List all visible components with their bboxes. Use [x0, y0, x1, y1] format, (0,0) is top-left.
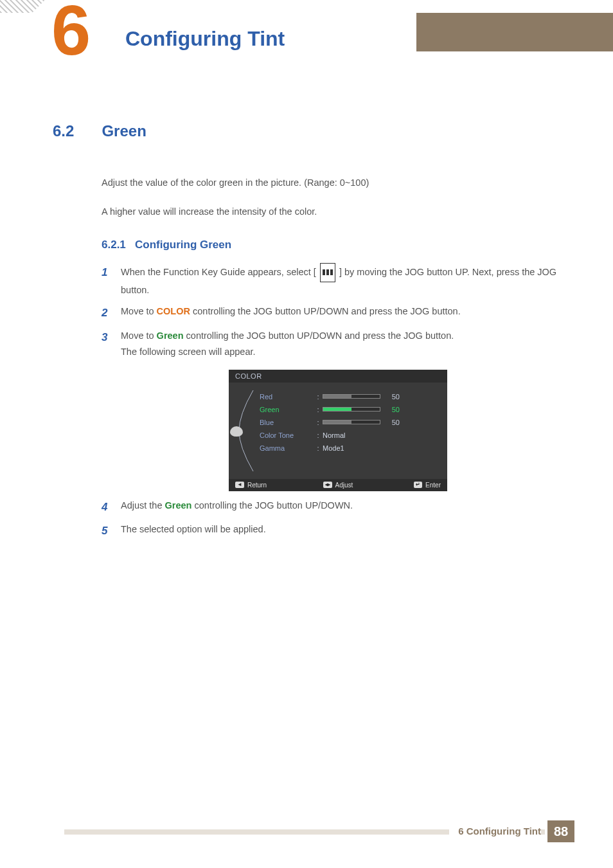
return-icon: ◄ — [235, 482, 244, 488]
step-body: The selected option will be applied. — [121, 521, 574, 541]
section-intro: Adjust the value of the color green in t… — [102, 175, 574, 219]
osd-row-blue: Blue : 50 — [260, 416, 437, 429]
step-number: 5 — [102, 521, 121, 541]
osd-slider-selected — [323, 407, 380, 411]
osd-enter: Enter — [425, 482, 441, 489]
section-title: Green — [102, 122, 146, 140]
osd-label-selected: Green — [260, 406, 314, 413]
step-4: 4 Adjust the Green controlling the JOG b… — [102, 498, 574, 517]
osd-slider — [323, 420, 380, 424]
osd-row-colortone: Color Tone : Normal — [260, 429, 437, 442]
step-list: 1 When the Function Key Guide appears, s… — [102, 263, 574, 541]
osd-label: Gamma — [260, 444, 314, 452]
keyword-green: Green — [165, 500, 192, 511]
enter-icon: ↵ — [414, 482, 422, 488]
osd-text-value: Mode1 — [323, 444, 344, 452]
section-number: 6.2 — [53, 122, 99, 140]
osd-label: Blue — [260, 419, 314, 426]
page-number: 88 — [547, 820, 574, 842]
osd-row-green: Green : 50 — [260, 403, 437, 416]
osd-label: Color Tone — [260, 431, 314, 439]
step-number: 3 — [102, 328, 121, 361]
step-number: 4 — [102, 498, 121, 517]
osd-adjust: Adjust — [335, 482, 353, 489]
osd-return: Return — [247, 482, 267, 489]
intro-line-2: A higher value will increase the intensi… — [102, 204, 574, 220]
step-2: 2 Move to COLOR controlling the JOG butt… — [102, 303, 574, 323]
osd-value: 50 — [380, 419, 400, 426]
keyword-color: COLOR — [157, 306, 190, 316]
page-footer: 6 Configuring Tint 88 — [0, 820, 613, 842]
step-3: 3 Move to Green controlling the JOG butt… — [102, 328, 574, 361]
step-number: 2 — [102, 303, 121, 323]
adjust-icon: ◂▸ — [323, 482, 332, 488]
osd-footer: ◄Return ◂▸Adjust ↵Enter — [229, 479, 447, 491]
footer-label: 6 Configuring Tint — [449, 826, 541, 836]
osd-row-gamma: Gamma : Mode1 — [260, 442, 437, 455]
chapter-number: 6 — [51, 0, 91, 66]
step-body: Adjust the Green controlling the JOG but… — [121, 498, 574, 517]
intro-line-1: Adjust the value of the color green in t… — [102, 175, 574, 191]
step-body: Move to COLOR controlling the JOG button… — [121, 303, 574, 323]
osd-label: Red — [260, 393, 314, 401]
subsection-title: Configuring Green — [135, 239, 231, 251]
subsection-heading: 6.2.1 Configuring Green — [102, 239, 574, 251]
step-number: 1 — [102, 263, 121, 298]
osd-title: COLOR — [229, 370, 447, 383]
chapter-title: Configuring Tint — [125, 27, 285, 51]
osd-value: 50 — [380, 393, 400, 401]
osd-text-value: Normal — [323, 431, 345, 439]
palette-icon — [230, 426, 243, 437]
osd-row-red: Red : 50 — [260, 390, 437, 403]
osd-slider — [323, 394, 380, 399]
section-heading: 6.2 Green — [53, 122, 574, 140]
step-body: Move to Green controlling the JOG button… — [121, 328, 574, 361]
keyword-green: Green — [157, 330, 184, 341]
osd-value-selected: 50 — [380, 406, 400, 413]
step-body: When the Function Key Guide appears, sel… — [121, 263, 574, 298]
osd-panel: COLOR Red : 50 Green : 50 — [229, 370, 447, 491]
osd-body: Red : 50 Green : 50 Blue : 50 — [229, 383, 447, 479]
menu-icon — [320, 263, 335, 282]
step-5: 5 The selected option will be applied. — [102, 521, 574, 541]
subsection-number: 6.2.1 — [102, 239, 126, 251]
step-1: 1 When the Function Key Guide appears, s… — [102, 263, 574, 298]
